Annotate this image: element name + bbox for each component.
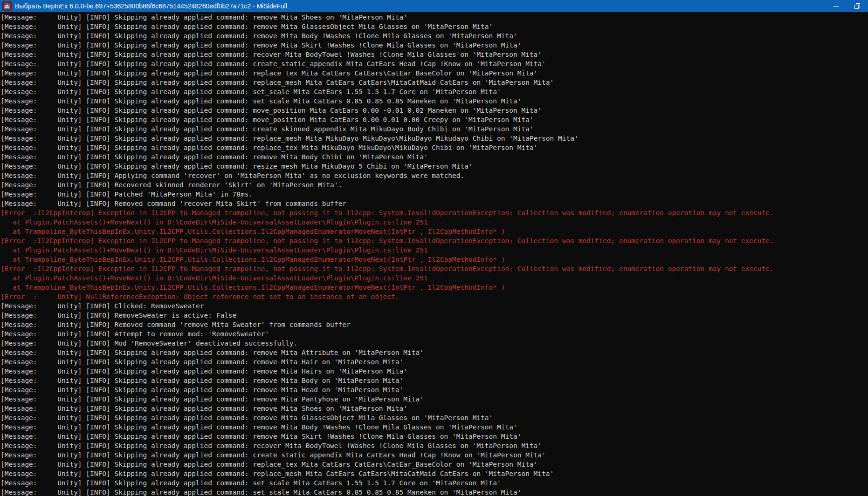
log-line: [Message: Unity] [INFO] Skipping already… — [0, 143, 868, 152]
log-line: [Error : Unity] NullReferenceException: … — [0, 292, 868, 301]
log-line: at Plugin.PatchAssets()+MoveNext() in D:… — [0, 245, 868, 255]
log-line: [Message: Unity] [INFO] Skipping already… — [0, 367, 868, 376]
titlebar[interactable]: Выбрать BepInEx 6.0.0-be.697+53625800b86… — [0, 0, 868, 12]
log-line: [Message: Unity] [INFO] Skipping already… — [0, 441, 868, 450]
log-line: [Message: Unity] [INFO] Skipping already… — [0, 59, 868, 68]
log-line: [Error :Il2CppInterop] Exception in IL2C… — [0, 236, 868, 245]
log-line: at Plugin.PatchAssets()+MoveNext() in D:… — [0, 273, 868, 283]
log-line: [Message: Unity] [INFO] Skipping already… — [0, 376, 868, 385]
log-line: [Message: Unity] [INFO] Skipping already… — [0, 31, 868, 41]
log-line: [Message: Unity] [INFO] Skipping already… — [0, 162, 868, 171]
log-line: [Message: Unity] [INFO] Skipping already… — [0, 106, 868, 115]
app-icon — [2, 1, 12, 11]
log-line: [Message: Unity] [INFO] Skipping already… — [0, 124, 868, 134]
window-title: Выбрать BepInEx 6.0.0-be.697+53625800b86… — [15, 2, 287, 10]
log-line: [Message: Unity] [INFO] Removed command … — [0, 320, 868, 329]
minimize-icon — [834, 6, 839, 7]
log-line: [Message: Unity] [INFO] Skipping already… — [0, 348, 868, 357]
log-line: [Error :Il2CppInterop] Exception in IL2C… — [0, 264, 868, 273]
log-line: [Message: Unity] [INFO] Removed command … — [0, 199, 868, 208]
log-line: [Message: Unity] [INFO] Skipping already… — [0, 357, 868, 367]
log-line: [Message: Unity] [INFO] Skipping already… — [0, 50, 868, 59]
log-line: [Error :Il2CppInterop] Exception in IL2C… — [0, 208, 868, 217]
log-line: [Message: Unity] [INFO] Skipping already… — [0, 460, 868, 469]
log-line: [Message: Unity] [INFO] Skipping already… — [0, 404, 868, 413]
log-line: [Message: Unity] [INFO] Skipping already… — [0, 385, 868, 394]
log-line: [Message: Unity] [INFO] Skipping already… — [0, 87, 868, 96]
log-line: at Trampoline_ByteThisBepInEx.Unity.IL2C… — [0, 255, 868, 264]
log-line: [Message: Unity] [INFO] Skipping already… — [0, 488, 868, 496]
log-line: at Plugin.PatchAssets()+MoveNext() in D:… — [0, 217, 868, 227]
log-line: [Message: Unity] [INFO] Skipping already… — [0, 78, 868, 87]
log-line: [Message: Unity] [INFO] Recovered skinne… — [0, 180, 868, 190]
log-line: [Message: Unity] [INFO] Skipping already… — [0, 152, 868, 162]
log-line: [Message: Unity] [INFO] Skipping already… — [0, 13, 868, 22]
log-line: [Message: Unity] [INFO] Skipping already… — [0, 450, 868, 460]
log-line: [Message: Unity] [INFO] Mod 'RemoveSweat… — [0, 339, 868, 348]
restore-icon — [854, 3, 860, 9]
log-line: [Message: Unity] [INFO] Skipping already… — [0, 96, 868, 106]
console-output[interactable]: [Message: Unity] [INFO] Skipping already… — [0, 12, 868, 496]
log-line: [Message: Unity] [INFO] Applying command… — [0, 171, 868, 180]
log-line: [Message: Unity] [INFO] Attempt to remov… — [0, 329, 868, 339]
log-line: at Trampoline_ByteThisBepInEx.Unity.IL2C… — [0, 227, 868, 236]
log-line: [Message: Unity] [INFO] Skipping already… — [0, 422, 868, 432]
window-controls — [825, 0, 868, 12]
log-line: [Message: Unity] [INFO] Skipping already… — [0, 41, 868, 50]
log-line: [Message: Unity] [INFO] Skipping already… — [0, 115, 868, 124]
log-line: [Message: Unity] [INFO] Skipping already… — [0, 432, 868, 441]
log-line: [Message: Unity] [INFO] Skipping already… — [0, 469, 868, 478]
log-line: [Message: Unity] [INFO] Clicked: RemoveS… — [0, 301, 868, 311]
console-window: Выбрать BepInEx 6.0.0-be.697+53625800b86… — [0, 0, 868, 496]
minimize-button[interactable] — [825, 0, 847, 12]
log-line: [Message: Unity] [INFO] Patched 'MitaPer… — [0, 190, 868, 199]
log-line: [Message: Unity] [INFO] Skipping already… — [0, 134, 868, 143]
log-line: at Trampoline_ByteThisBepInEx.Unity.IL2C… — [0, 283, 868, 292]
log-line: [Message: Unity] [INFO] Skipping already… — [0, 22, 868, 31]
restore-button[interactable] — [847, 0, 868, 12]
log-line: [Message: Unity] [INFO] Skipping already… — [0, 413, 868, 422]
log-line: [Message: Unity] [INFO] Skipping already… — [0, 394, 868, 404]
log-line: [Message: Unity] [INFO] Skipping already… — [0, 478, 868, 488]
log-line: [Message: Unity] [INFO] RemoveSweater is… — [0, 311, 868, 320]
log-line: [Message: Unity] [INFO] Skipping already… — [0, 68, 868, 78]
